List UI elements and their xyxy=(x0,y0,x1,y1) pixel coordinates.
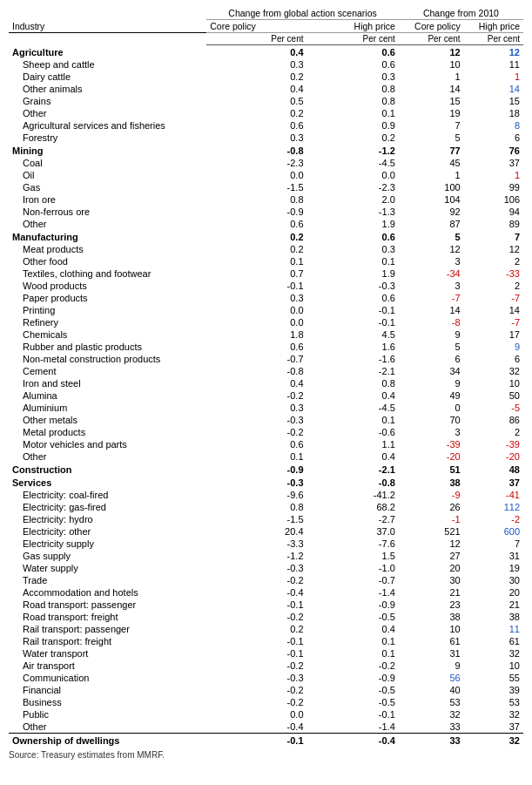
row-value: 14 xyxy=(399,83,464,95)
row-value: 0.4 xyxy=(307,450,399,463)
section-row: Construction-0.9-2.15148 xyxy=(9,463,523,476)
row-value: 70 xyxy=(399,414,464,426)
row-value: -0.4 xyxy=(206,721,306,734)
row-label: Chemicals xyxy=(9,328,206,341)
row-value: 32 xyxy=(464,734,523,748)
row-value: 23 xyxy=(399,599,464,611)
section-row: Manufacturing0.20.657 xyxy=(9,230,523,243)
row-label: Other animals xyxy=(9,83,206,95)
row-label: Gas xyxy=(9,181,206,193)
row-value: -20 xyxy=(399,450,464,463)
row-label: Paper products xyxy=(9,292,206,304)
row-label: Business xyxy=(9,696,206,708)
row-value: -1.4 xyxy=(307,721,399,734)
data-row: Forestry0.30.256 xyxy=(9,132,523,144)
row-value: 30 xyxy=(399,574,464,586)
row-value: 20 xyxy=(399,562,464,574)
row-value: 0.0 xyxy=(206,708,306,721)
row-value: 12 xyxy=(399,538,464,550)
row-label: Iron and steel xyxy=(9,377,206,389)
column-group-header: Industry Change from global action scena… xyxy=(9,7,523,20)
row-value: 0.1 xyxy=(307,414,399,426)
row-value: 0.3 xyxy=(206,132,306,144)
row-value: -33 xyxy=(464,267,523,280)
row-value: 0.1 xyxy=(307,107,399,119)
row-label: Motor vehicles and parts xyxy=(9,438,206,450)
row-value: 8 xyxy=(464,119,523,132)
row-value: 9 xyxy=(399,377,464,389)
row-value: 9 xyxy=(399,660,464,672)
data-row: Other0.10.4-20-20 xyxy=(9,450,523,463)
row-value: -34 xyxy=(399,267,464,280)
data-row: Grains0.50.81515 xyxy=(9,95,523,107)
row-value: 0.5 xyxy=(206,95,306,107)
row-label: Other food xyxy=(9,255,206,267)
row-value: 30 xyxy=(464,574,523,586)
row-value: 61 xyxy=(399,635,464,647)
row-label: Financial xyxy=(9,684,206,696)
row-value: -0.3 xyxy=(206,414,306,426)
row-value: 12 xyxy=(399,243,464,255)
row-value: -2.3 xyxy=(307,181,399,193)
row-value: -0.4 xyxy=(206,586,306,599)
row-label: Wood products xyxy=(9,280,206,292)
core-policy-col1: Core policy xyxy=(206,20,306,33)
row-value: 0.4 xyxy=(206,45,306,59)
row-value: 104 xyxy=(399,193,464,206)
row-value: 3 xyxy=(399,280,464,292)
row-label: Agriculture xyxy=(9,45,206,59)
row-label: Printing xyxy=(9,304,206,316)
row-value: 53 xyxy=(399,696,464,708)
row-value: 27 xyxy=(399,550,464,562)
row-value: 1.6 xyxy=(307,341,399,353)
row-label: Alumina xyxy=(9,389,206,402)
row-value: -4.5 xyxy=(307,402,399,414)
row-value: 2 xyxy=(464,255,523,267)
row-value: -0.2 xyxy=(206,611,306,623)
row-value: 0.1 xyxy=(307,647,399,660)
data-row: Aluminium0.3-4.50-5 xyxy=(9,402,523,414)
row-value: 31 xyxy=(399,647,464,660)
row-value: 0.2 xyxy=(206,107,306,119)
row-value: -0.9 xyxy=(206,463,306,476)
row-value: 21 xyxy=(399,586,464,599)
row-label: Construction xyxy=(9,463,206,476)
row-label: Dairy cattle xyxy=(9,71,206,83)
row-value: -1.5 xyxy=(206,513,306,525)
row-value: -0.1 xyxy=(307,304,399,316)
row-value: 12 xyxy=(464,45,523,59)
row-value: 32 xyxy=(399,708,464,721)
row-value: 0.3 xyxy=(206,58,306,71)
data-row: Public0.0-0.13232 xyxy=(9,708,523,721)
row-value: 48 xyxy=(464,463,523,476)
data-row: Paper products0.30.6-7-7 xyxy=(9,292,523,304)
row-value: -0.2 xyxy=(206,696,306,708)
row-label: Manufacturing xyxy=(9,230,206,243)
row-label: Cement xyxy=(9,365,206,377)
row-value: 0.0 xyxy=(206,304,306,316)
row-value: -9 xyxy=(399,489,464,501)
row-label: Accommodation and hotels xyxy=(9,586,206,599)
row-value: -0.2 xyxy=(206,426,306,438)
row-value: 0.8 xyxy=(206,193,306,206)
data-row: Gas-1.5-2.310099 xyxy=(9,181,523,193)
row-value: 0.6 xyxy=(206,341,306,353)
row-value: 49 xyxy=(399,389,464,402)
row-value: 37.0 xyxy=(307,525,399,538)
row-label: Mining xyxy=(9,144,206,157)
row-value: -4.5 xyxy=(307,157,399,169)
row-value: 0.6 xyxy=(206,218,306,230)
data-row: Rail transport: passenger0.20.41011 xyxy=(9,623,523,635)
row-value: -2 xyxy=(464,513,523,525)
row-value: 55 xyxy=(464,672,523,684)
row-value: -7 xyxy=(464,316,523,328)
row-value: -2.7 xyxy=(307,513,399,525)
row-value: 7 xyxy=(464,230,523,243)
row-label: Electricity: gas-fired xyxy=(9,501,206,513)
row-value: -0.3 xyxy=(206,672,306,684)
row-value: 37 xyxy=(464,157,523,169)
data-row: Oil0.00.011 xyxy=(9,169,523,181)
row-value: -39 xyxy=(399,438,464,450)
row-value: 1.9 xyxy=(307,218,399,230)
unit-label-2: Per cent xyxy=(307,33,399,45)
